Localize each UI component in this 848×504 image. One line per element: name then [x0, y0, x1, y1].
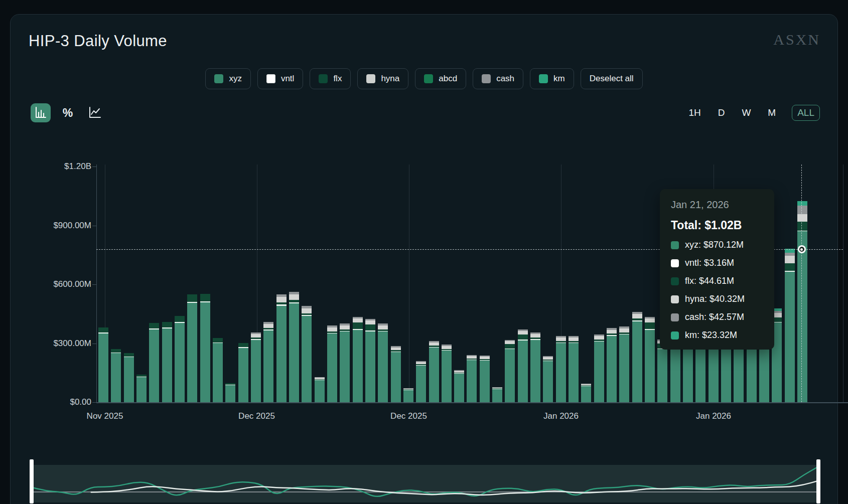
tooltip-row-label: hyna: $40.32M: [685, 294, 745, 304]
tooltip-row-label: km: $23.32M: [685, 330, 737, 341]
flx-swatch-icon: [671, 277, 679, 285]
x-axis-line: [96, 402, 848, 403]
tooltip-row-vntl: vntl: $3.16M: [671, 258, 764, 268]
hyna-swatch-icon: [671, 295, 679, 303]
tooltip-row-hyna: hyna: $40.32M: [671, 294, 764, 304]
vntl-swatch-icon: [671, 259, 679, 267]
crosshair-marker-ring: [799, 247, 804, 252]
tooltip-date: Jan 21, 2026: [671, 199, 764, 211]
tooltip-row-label: vntl: $3.16M: [685, 258, 734, 268]
xyz-swatch-icon: [671, 241, 679, 249]
tooltip-row-km: km: $23.32M: [671, 330, 764, 341]
tooltip-row-flx: flx: $44.61M: [671, 276, 764, 286]
tooltip-row-label: flx: $44.61M: [685, 276, 734, 286]
tooltip-row-label: cash: $42.57M: [685, 312, 744, 322]
tooltip-row-cash: cash: $42.57M: [671, 312, 764, 322]
navigator-right-handle[interactable]: [816, 459, 820, 503]
tooltip-row-label: xyz: $870.12M: [685, 240, 744, 250]
tooltip-row-xyz: xyz: $870.12M: [671, 240, 764, 250]
cash-swatch-icon: [671, 313, 679, 321]
app-window: HIP-3 Daily Volume ASXN xyzvntlflxhynaab…: [0, 0, 848, 504]
km-swatch-icon: [671, 331, 679, 340]
tooltip-total: Total: $1.02B: [671, 219, 764, 232]
chart-tooltip: Jan 21, 2026 Total: $1.02B xyz: $870.12M…: [660, 189, 774, 350]
crosshair-vertical-line: [801, 164, 802, 402]
navigator-left-handle[interactable]: [30, 459, 34, 503]
navigator-volume-line: [34, 467, 818, 496]
crosshair-marker-dot: [800, 248, 803, 251]
